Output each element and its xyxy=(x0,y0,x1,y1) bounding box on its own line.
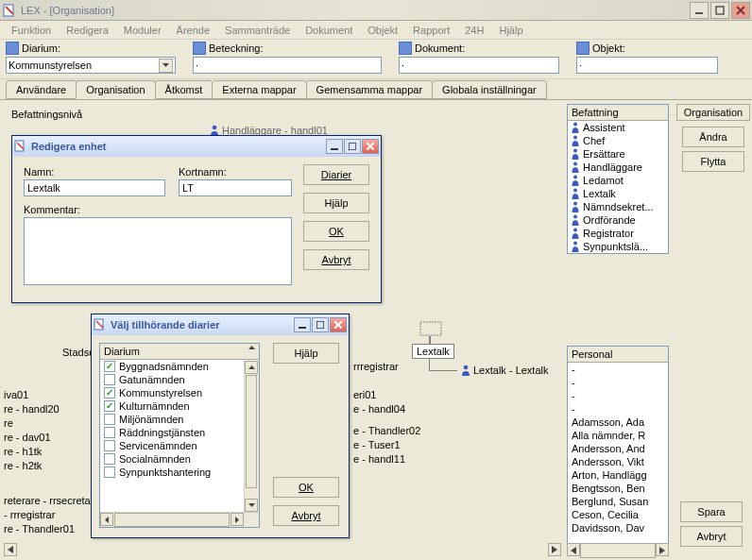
befattning-item[interactable]: Ersättare xyxy=(568,147,668,161)
dokument-input[interactable] xyxy=(399,57,559,74)
tab-externa[interactable]: Externa mappar xyxy=(212,80,306,99)
personal-hscroll[interactable] xyxy=(567,543,669,558)
personal-item[interactable]: - xyxy=(568,376,668,389)
befattning-item[interactable]: Assistent xyxy=(568,121,668,134)
andra-button[interactable]: Ändra xyxy=(682,127,744,147)
checkbox[interactable] xyxy=(104,361,115,372)
menu-24h[interactable]: 24H xyxy=(457,23,491,38)
tab-gemensamma[interactable]: Gemensamma mappar xyxy=(306,80,434,99)
befattning-item[interactable]: Chef xyxy=(568,134,668,147)
menu-sammantrade[interactable]: Sammanträde xyxy=(217,23,298,38)
listbox-header[interactable]: Diarium xyxy=(100,344,259,360)
scroll-left-icon[interactable] xyxy=(567,543,580,556)
menu-redigera[interactable]: Redigera xyxy=(59,23,116,38)
diarier-item[interactable]: Gatunämnden xyxy=(100,373,259,386)
dialog-maximize-button[interactable] xyxy=(344,139,361,154)
chevron-up-icon[interactable] xyxy=(248,346,255,349)
menu-funktion[interactable]: Funktion xyxy=(4,23,59,38)
menu-arende[interactable]: Ärende xyxy=(169,23,217,38)
checkbox[interactable] xyxy=(104,387,115,399)
personal-item[interactable]: - xyxy=(568,389,668,402)
diarium-select[interactable]: Kommunstyrelsen xyxy=(6,57,176,74)
avbryt-button[interactable]: Avbryt xyxy=(303,249,369,270)
scroll-right-icon[interactable] xyxy=(548,543,561,556)
menu-objekt[interactable]: Objekt xyxy=(360,23,405,38)
personal-item[interactable]: Arton, Handlägg xyxy=(568,468,668,482)
checkbox[interactable] xyxy=(104,440,115,451)
scroll-left-icon[interactable] xyxy=(4,543,17,556)
diarier-item[interactable]: Kommunstyrelsen xyxy=(100,386,259,399)
befattning-item[interactable]: Nämndsekret... xyxy=(568,200,668,213)
objekt-input[interactable] xyxy=(576,57,718,74)
chevron-down-icon[interactable] xyxy=(159,59,173,73)
scroll-up-icon[interactable] xyxy=(245,361,258,374)
befattning-item[interactable]: Lextalk xyxy=(568,187,668,200)
diarier-item[interactable]: Servicenämnden xyxy=(100,439,259,452)
scroll-right-icon[interactable] xyxy=(656,543,669,556)
flytta-button[interactable]: Flytta xyxy=(682,151,744,172)
checkbox[interactable] xyxy=(104,400,115,412)
avbryt-button-main[interactable]: Avbryt xyxy=(680,526,743,547)
menu-hjalp[interactable]: Hjälp xyxy=(491,23,530,38)
ok-button[interactable]: OK xyxy=(303,221,369,242)
diarier-item[interactable]: Byggnadsnämnden xyxy=(100,360,259,373)
tab-organisation[interactable]: Organisation xyxy=(76,80,155,99)
lextalk-node[interactable]: Lextalk xyxy=(412,344,454,359)
spara-button[interactable]: Spara xyxy=(680,501,743,522)
close-button[interactable] xyxy=(731,2,750,19)
personal-item[interactable]: Ceson, Cecilia xyxy=(568,508,668,521)
beteckning-input[interactable] xyxy=(193,57,382,74)
diarier-item[interactable]: Miljönämnden xyxy=(100,413,259,426)
scroll-right-icon[interactable] xyxy=(231,513,244,526)
dialog-close-button[interactable] xyxy=(330,317,347,332)
scroll-thumb[interactable] xyxy=(246,375,257,488)
scroll-down-icon[interactable] xyxy=(245,499,258,512)
befattning-item[interactable]: Synpunktslä... xyxy=(568,240,668,253)
personal-item[interactable]: Bengtsson, Ben xyxy=(568,482,668,495)
personal-item[interactable]: - xyxy=(568,363,668,376)
befattning-item[interactable]: Ordförande xyxy=(568,213,668,227)
menu-dokument[interactable]: Dokument xyxy=(298,23,360,38)
dialog-close-button[interactable] xyxy=(362,139,379,154)
kommentar-textarea[interactable] xyxy=(24,217,292,285)
personal-item[interactable]: Davidsson, Dav xyxy=(568,521,668,535)
dialog-maximize-button[interactable] xyxy=(312,317,329,332)
minimize-button[interactable] xyxy=(690,2,709,19)
avbryt-button[interactable]: Avbryt xyxy=(273,505,339,526)
dialog-titlebar[interactable]: Redigera enhet xyxy=(12,136,381,157)
befattning-item[interactable]: Registrator xyxy=(568,227,668,240)
personal-item[interactable]: Adamsson, Ada xyxy=(568,416,668,429)
tab-atkomst[interactable]: Åtkomst xyxy=(155,80,214,99)
personal-item[interactable]: Andersson, And xyxy=(568,442,668,455)
personal-item[interactable]: Andersson, Vikt xyxy=(568,455,668,468)
personal-item[interactable]: Alla nämnder, R xyxy=(568,429,668,442)
befattning-header[interactable]: Befattning xyxy=(568,105,668,121)
diarier-item[interactable]: Socialnämnden xyxy=(100,452,259,466)
hjalp-button[interactable]: Hjälp xyxy=(303,193,369,213)
dialog-minimize-button[interactable] xyxy=(326,139,343,154)
personal-header[interactable]: Personal xyxy=(568,347,668,363)
maximize-button[interactable] xyxy=(710,2,729,19)
dialog-titlebar[interactable]: Välj tillhörande diarier xyxy=(92,314,349,335)
checkbox[interactable] xyxy=(104,374,115,385)
namn-input[interactable] xyxy=(24,179,165,196)
checkbox[interactable] xyxy=(104,453,115,465)
personal-item[interactable]: - xyxy=(568,402,668,416)
scroll-left-icon[interactable] xyxy=(100,513,113,526)
personal-item[interactable]: Berglund, Susan xyxy=(568,495,668,508)
menu-rapport[interactable]: Rapport xyxy=(405,23,457,38)
checkbox[interactable] xyxy=(104,414,115,425)
listbox-hscroll[interactable] xyxy=(100,512,259,527)
diarier-listbox[interactable]: Diarium ByggnadsnämndenGatunämndenKommun… xyxy=(99,343,260,528)
checkbox[interactable] xyxy=(104,467,115,478)
dialog-minimize-button[interactable] xyxy=(294,317,311,332)
befattning-item[interactable]: Handläggare xyxy=(568,161,668,174)
diarier-item[interactable]: Synpunktshantering xyxy=(100,466,259,479)
kortnamn-input[interactable] xyxy=(179,179,292,196)
tab-anvandare[interactable]: Användare xyxy=(6,80,77,99)
scroll-thumb[interactable] xyxy=(114,513,230,527)
diarier-item[interactable]: Räddningstjänsten xyxy=(100,426,259,439)
diarier-button[interactable]: Diarier xyxy=(303,164,369,185)
hjalp-button[interactable]: Hjälp xyxy=(273,343,339,364)
listbox-vscroll[interactable] xyxy=(244,361,259,512)
